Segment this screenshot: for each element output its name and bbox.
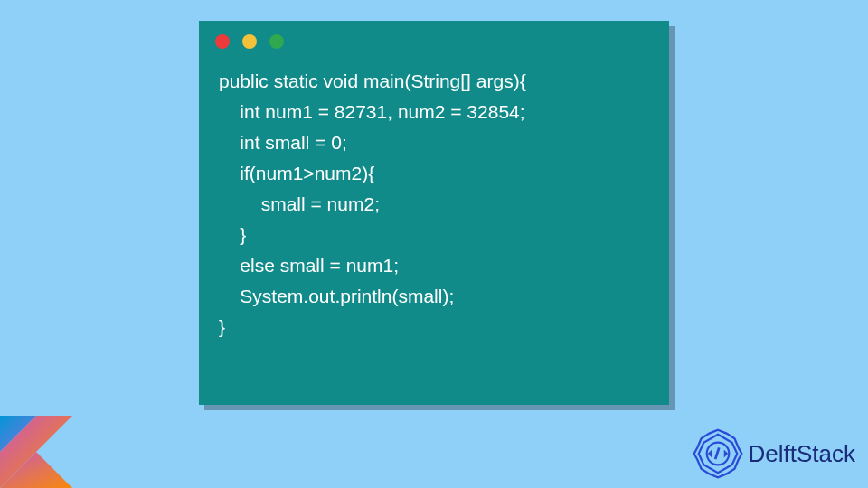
code-line: } (219, 224, 246, 245)
code-window: public static void main(String[] args){ … (199, 21, 669, 405)
svg-rect-8 (713, 447, 720, 460)
kotlin-logo-icon (0, 416, 72, 488)
code-line: int small = 0; (219, 132, 347, 153)
code-line: small = num2; (219, 193, 380, 214)
close-icon (215, 34, 230, 49)
delftstack-logo-icon (693, 428, 743, 479)
svg-marker-7 (723, 450, 727, 458)
code-line: else small = num1; (219, 255, 399, 276)
code-line: int num1 = 82731, num2 = 32854; (219, 101, 525, 122)
delftstack-brand: DelftStack (693, 428, 856, 479)
svg-marker-6 (707, 450, 711, 458)
code-line: System.out.println(small); (219, 286, 454, 306)
minimize-icon (242, 34, 257, 49)
code-line: public static void main(String[] args){ (219, 70, 526, 91)
window-controls (199, 21, 669, 53)
brand-name: DelftStack (749, 440, 856, 468)
code-block: public static void main(String[] args){ … (199, 53, 669, 361)
code-line: } (219, 316, 225, 337)
code-line: if(num1>num2){ (219, 163, 374, 183)
maximize-icon (269, 34, 284, 49)
